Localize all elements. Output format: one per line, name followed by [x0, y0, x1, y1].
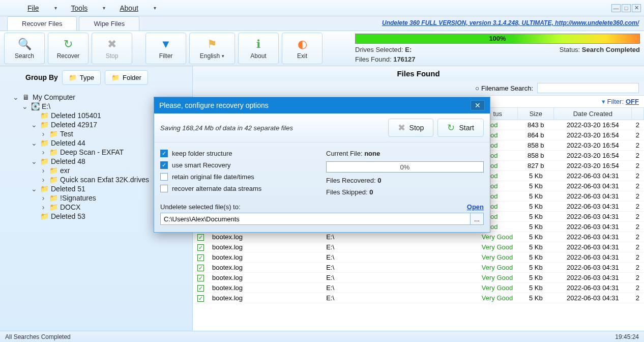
status-clock: 19:45:24 — [615, 333, 639, 340]
folder-icon: 📁 — [40, 185, 49, 193]
minimize-button[interactable]: — — [611, 4, 621, 12]
close-button[interactable]: ✕ — [632, 4, 641, 12]
menu-bar: File▾ Tools▾ About▾ — □ ✕ — [0, 0, 644, 16]
folder-icon: 📁 — [111, 74, 120, 81]
filename-search-row: ○Filename Search: — [193, 81, 644, 96]
start-icon: ↻ — [447, 122, 455, 133]
opt-retain-dates[interactable]: retain original file date/times — [160, 173, 318, 181]
exit-label: Exit — [297, 52, 307, 60]
status-text: All Searches Completed — [5, 333, 71, 340]
files-skipped-label: Files Skipped: — [326, 188, 369, 196]
checkbox-icon: ✓ — [160, 150, 168, 157]
files-skipped-value: 0 — [369, 188, 373, 196]
opt-keep-folder-structure[interactable]: ✓keep folder structure — [160, 150, 318, 157]
table-row[interactable]: ✓ bootex.logE:\ Very Good5 Kb2022-06-03 … — [193, 263, 644, 273]
about-label: About — [250, 52, 266, 60]
exit-icon: ◐ — [295, 37, 309, 51]
saving-summary: Saving 168,24 Mb of data in 42 separate … — [160, 124, 293, 132]
row-checkbox[interactable]: ✓ — [197, 295, 204, 302]
files-found-label: Files Found: — [355, 55, 393, 63]
table-row[interactable]: ✓ bootex.logE:\ Very Good5 Kb2022-06-03 … — [193, 273, 644, 283]
stop-icon: ✖ — [398, 122, 405, 133]
dialog-close-button[interactable]: ✕ — [471, 100, 485, 110]
browse-button[interactable]: ... — [471, 213, 484, 225]
drives-selected-label: Drives Selected: — [355, 46, 405, 53]
flag-icon: ⚑ — [205, 37, 219, 51]
drive-icon: 💽 — [31, 102, 40, 110]
col-size[interactable]: Size — [518, 108, 554, 120]
dialog-title: Please, configure recovery options — [159, 101, 269, 109]
row-checkbox[interactable]: ✓ — [197, 275, 204, 281]
tab-recover-files[interactable]: Recover Files — [7, 16, 77, 31]
table-row[interactable]: ✓ bootex.logE:\ Very Good5 Kb2022-06-03 … — [193, 242, 644, 252]
filename-search-input[interactable] — [537, 83, 639, 93]
folder-icon: 📁 — [40, 121, 49, 129]
checkbox-icon — [160, 185, 168, 192]
folder-icon: 📁 — [40, 111, 49, 120]
files-recovered-label: Files Recovered: — [326, 177, 377, 184]
tab-wipe-files[interactable]: Wipe Files — [79, 16, 139, 31]
computer-icon: 🖥 — [21, 93, 31, 101]
opt-alternate-streams[interactable]: recover alternate data streams — [160, 185, 318, 192]
scan-status-label: Status: — [560, 46, 582, 53]
scan-status-value: Search Completed — [582, 46, 640, 53]
folder-icon: 📁 — [40, 212, 49, 220]
table-row[interactable]: ✓ bootex.logE:\ Very Good5 Kb2022-06-03 … — [193, 293, 644, 303]
folder-icon: 📁 — [49, 166, 58, 175]
menu-about[interactable]: About▾ — [112, 2, 163, 14]
app-window: File▾ Tools▾ About▾ — □ ✕ Undelete 360 F… — [0, 0, 644, 342]
folder-icon: 📁 — [49, 176, 58, 184]
search-icon: 🔍 — [17, 37, 32, 51]
folder-icon: 📁 — [49, 194, 58, 202]
version-link[interactable]: Undelete 360 FULL VERSION, version 3.1.4… — [382, 19, 639, 26]
recovery-options-dialog: Please, configure recovery options ✕ Sav… — [154, 97, 490, 233]
row-checkbox[interactable]: ✓ — [197, 254, 204, 261]
stop-button[interactable]: ✖ Stop — [92, 33, 132, 64]
row-checkbox[interactable]: ✓ — [197, 244, 204, 251]
table-row[interactable]: ✓ bootex.logE:\ Very Good5 Kb2022-06-03 … — [193, 252, 644, 263]
filter-button[interactable]: ▼ Filter — [145, 33, 186, 64]
col-date[interactable]: Date Created — [554, 108, 632, 120]
recovery-progress-bar: 0% — [326, 161, 484, 173]
row-checkbox[interactable]: ✓ — [197, 285, 204, 292]
search-button[interactable]: 🔍 Search — [4, 33, 45, 64]
files-found-title: Files Found — [193, 66, 644, 81]
menu-tools[interactable]: Tools▾ — [64, 2, 113, 14]
funnel-icon: ▼ — [159, 37, 173, 51]
folder-icon: 📁 — [49, 130, 58, 138]
radio-icon[interactable]: ○ — [475, 84, 479, 92]
table-row[interactable]: ✓ bootex.logE:\ Very Good5 Kb2022-06-03 … — [193, 283, 644, 293]
type-folder-icon: 📁 — [69, 74, 77, 81]
exit-button[interactable]: ◐ Exit — [282, 33, 323, 64]
dialog-titlebar[interactable]: Please, configure recovery options ✕ — [154, 97, 490, 113]
filename-search-label: Filename Search: — [481, 84, 533, 92]
row-checkbox[interactable]: ✓ — [197, 234, 204, 241]
dialog-start-button[interactable]: ↻Start — [437, 119, 484, 137]
info-icon: ℹ — [251, 37, 266, 51]
group-by-folder-button[interactable]: 📁 Folder — [105, 70, 148, 85]
language-button[interactable]: ⚑ English▾ — [189, 33, 235, 64]
destination-path-input[interactable] — [160, 213, 471, 225]
opt-smart-recovery[interactable]: ✓use smart Recovery — [160, 161, 318, 169]
table-row[interactable]: ✓ bootex.logE:\ Very Good5 Kb2022-06-03 … — [193, 232, 644, 242]
group-by-type-label: Type — [80, 74, 94, 81]
checkbox-icon: ✓ — [160, 161, 168, 169]
group-by-label: Group By — [25, 73, 58, 81]
maximize-button[interactable]: □ — [622, 4, 631, 12]
funnel-icon: ▾ — [602, 98, 605, 105]
menu-file[interactable]: File▾ — [20, 2, 64, 14]
folder-icon: 📁 — [40, 157, 49, 165]
filter-toggle[interactable]: ▾ Filter: OFF — [602, 98, 639, 105]
recover-button[interactable]: ↻ Recover — [48, 33, 89, 64]
open-destination-link[interactable]: Open — [467, 203, 484, 211]
group-by-row: Group By 📁 Type 📁 Folder — [0, 66, 192, 89]
dialog-stop-button[interactable]: ✖Stop — [388, 119, 434, 137]
files-found-value: 176127 — [393, 55, 415, 63]
recover-label: Recover — [57, 52, 80, 60]
stop-label: Stop — [106, 52, 119, 60]
row-checkbox[interactable]: ✓ — [197, 265, 204, 271]
filter-label: Filter — [159, 52, 173, 60]
group-by-type-button[interactable]: 📁 Type — [62, 70, 101, 85]
checkbox-icon — [160, 173, 168, 181]
about-button[interactable]: ℹ About — [238, 33, 279, 64]
